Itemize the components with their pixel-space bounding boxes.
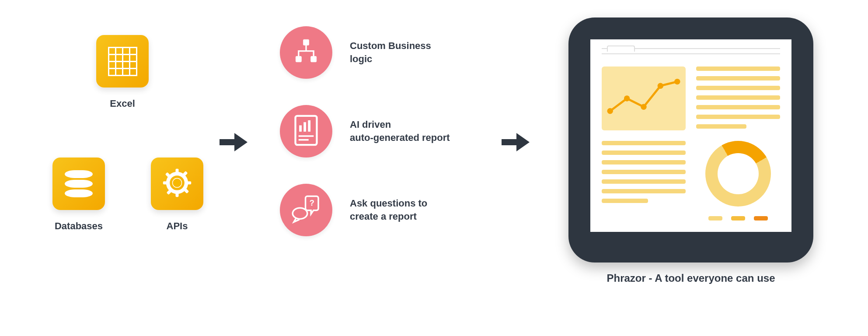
source-apis: APIs [142, 158, 212, 232]
step-ask-questions: ? Ask questions to create a report [280, 184, 481, 236]
svg-point-23 [624, 95, 630, 101]
browser-tabbar [602, 48, 780, 54]
donut-legend [708, 216, 768, 220]
svg-point-24 [641, 104, 646, 109]
step-business-logic: Custom Business logic [280, 26, 481, 79]
svg-point-22 [607, 108, 613, 114]
step-label: AI driven auto-generated report [350, 118, 450, 144]
report-screen [590, 39, 791, 232]
step-circle [280, 26, 332, 79]
databases-tile [52, 158, 105, 210]
step-label: Custom Business logic [350, 39, 431, 65]
svg-rect-16 [303, 122, 306, 132]
excel-label: Excel [87, 98, 157, 109]
tablet-device [568, 18, 813, 262]
gear-icon [162, 168, 192, 200]
arrow-right-icon [219, 131, 249, 153]
output-caption: Phrazor - A tool everyone can use [568, 272, 813, 284]
svg-point-20 [293, 208, 307, 219]
excel-tile [96, 35, 149, 88]
donut-chart-icon [705, 141, 771, 206]
svg-rect-12 [296, 56, 301, 62]
hierarchy-icon [292, 37, 321, 68]
svg-point-25 [658, 83, 663, 88]
database-icon [65, 170, 93, 197]
svg-rect-11 [303, 39, 309, 45]
donut-chart-panel [696, 141, 780, 220]
svg-text:?: ? [310, 199, 314, 207]
step-ai-report: AI driven auto-generated report [280, 105, 481, 158]
barchart-doc-icon [293, 115, 320, 148]
apis-tile [151, 158, 203, 210]
grid-icon [108, 47, 136, 75]
svg-rect-15 [299, 125, 302, 131]
processing-steps-group: Custom Business logic AI driven auto-gen… [280, 26, 481, 262]
step-circle [280, 105, 332, 158]
arrow-right-icon [501, 131, 531, 153]
text-block-top-right [696, 66, 780, 130]
svg-rect-13 [311, 56, 317, 62]
question-chat-icon: ? [291, 194, 321, 226]
output-device-group: Phrazor - A tool everyone can use [568, 18, 813, 284]
svg-rect-17 [308, 120, 310, 132]
source-excel: Excel [87, 35, 157, 109]
apis-label: APIs [142, 220, 212, 232]
databases-label: Databases [44, 220, 114, 232]
line-chart-panel [602, 66, 686, 130]
text-block-bottom-left [602, 141, 686, 220]
step-label: Ask questions to create a report [350, 197, 427, 223]
source-databases: Databases [44, 158, 114, 232]
svg-point-26 [674, 79, 680, 84]
svg-point-10 [173, 178, 181, 187]
step-circle: ? [280, 184, 332, 236]
